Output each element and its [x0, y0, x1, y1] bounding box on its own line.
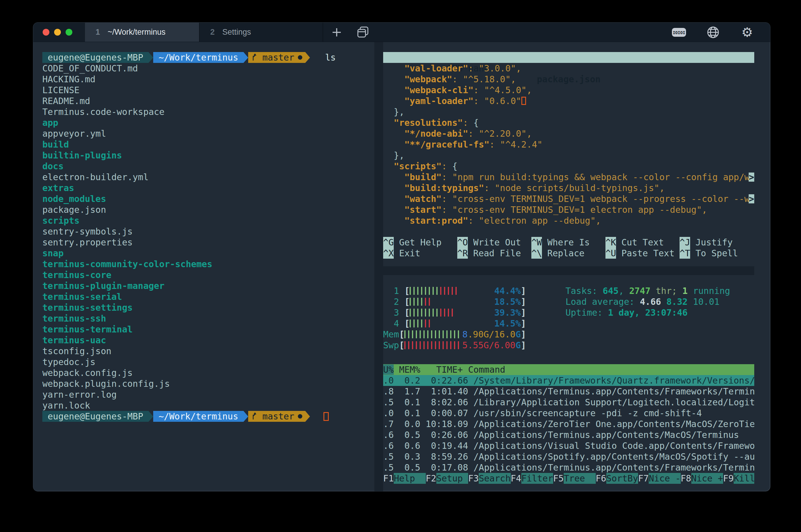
terminal-pane-left[interactable]: eugene@Eugenes-MBP ~/Work/terminus maste…: [33, 42, 374, 491]
ls-file-entry: webpack.plugin.config.js: [42, 378, 374, 389]
text-segment: ,: [619, 286, 629, 296]
language-button[interactable]: [704, 25, 723, 39]
shortcut-label: Justify: [695, 237, 732, 248]
process-row[interactable]: .6 0.5 0:26.06 /Applications/Terminus.ap…: [383, 430, 754, 440]
function-key-action[interactable]: Nice -: [649, 473, 681, 484]
tab-work-terminus[interactable]: 1 ~/Work/terminus: [85, 23, 200, 42]
function-key-action[interactable]: Setup: [436, 473, 468, 484]
text-segment: "build:typings": [383, 183, 484, 193]
ls-directory-entry: terminus-terminal: [42, 324, 374, 335]
pane-divider-horizontal[interactable]: [383, 266, 754, 275]
meter-bracket: ]: [521, 296, 526, 307]
nano-shortcut: ^KCut Text: [606, 237, 679, 248]
nano-shortcut: ^TTo Spell: [679, 248, 754, 259]
terminal-pane-nano[interactable]: GNU nano 4.5 package.json "val-loader": …: [383, 52, 754, 259]
powerline-arrow-icon: [149, 411, 153, 422]
nano-code-line: "start": "cross-env TERMINUS_DEV=1 elect…: [383, 204, 754, 215]
terminal-pane-htop[interactable]: 1 [44.4%] 2 [18.5%] 3 [39.3%] 4 [14.5%]M…: [383, 275, 754, 484]
htop-meter: 3 [39.3%]: [383, 307, 526, 318]
titlebar-right-icons: IOIOI ⚙: [670, 23, 770, 42]
process-row[interactable]: .0 0.1 0:00.07 /usr/sbin/screencapture -…: [383, 408, 754, 419]
meter-bracket: [: [399, 340, 404, 350]
meter-bracket: [: [404, 318, 410, 329]
htop-stats-line: Tasks: 645, 2747 thr; 1 running: [565, 285, 730, 296]
nano-shortcut-row: ^XExit^RRead File^\Replace^UPaste Text^T…: [383, 248, 754, 259]
minimize-button[interactable]: [54, 29, 61, 36]
meter-bar-tick: [408, 330, 409, 338]
text-segment: "^2.20.0": [479, 129, 527, 139]
ls-directory-entry: node_modules: [42, 193, 374, 204]
text-segment: "yaml-loader": [383, 96, 473, 106]
settings-button[interactable]: ⚙: [738, 26, 757, 39]
keyboard-shortcuts-button[interactable]: IOIOI: [670, 27, 688, 37]
function-key-action[interactable]: Search: [479, 473, 510, 484]
text-segment: :: [442, 205, 452, 215]
traffic-lights: [33, 23, 85, 42]
text-segment: "resolutions": [383, 118, 463, 128]
process-row[interactable]: .5 0.5 0:17.08 /Applications/Terminus.ap…: [383, 462, 754, 473]
function-key-action[interactable]: Tree: [564, 473, 595, 484]
nano-code-line: },: [383, 107, 754, 117]
maximize-button[interactable]: [66, 29, 72, 36]
function-key-action[interactable]: SortBy: [606, 473, 638, 484]
meter-value: 5.55G/6.00G: [462, 340, 521, 350]
meter-bar-tick: [421, 287, 422, 295]
meter-bracket: [: [404, 296, 410, 307]
function-key-action[interactable]: Kill: [734, 473, 754, 484]
meter-bar-tick: [458, 330, 459, 338]
meter-bar-tick: [410, 287, 411, 295]
text-segment: "**/graceful-fs": [383, 139, 489, 150]
shortcut-key: ^\: [532, 248, 542, 259]
process-row[interactable]: .8 1.7 1:01.40 /Applications/Terminus.ap…: [383, 386, 754, 397]
process-row[interactable]: .5 0.1 8:02.06 /Library/Application Supp…: [383, 397, 754, 408]
htop-cpu-memory-meters: 1 [44.4%] 2 [18.5%] 3 [39.3%] 4 [14.5%]M…: [383, 285, 754, 350]
git-dirty-dot-icon: [298, 55, 302, 60]
text-segment: "webpack": [383, 74, 452, 84]
meter-bar-tick: [425, 320, 426, 327]
shortcut-key: ^X: [383, 248, 394, 259]
ls-file-entry: Terminus.code-workspace: [42, 107, 374, 117]
meter-bar-tick: [412, 330, 413, 338]
new-tab-button[interactable]: [327, 23, 346, 42]
git-branch-icon: [251, 412, 257, 421]
text-segment: "start:prod": [383, 215, 468, 226]
process-row-selected[interactable]: .0 0.2 0:22.66 /System/Library/Framework…: [383, 375, 754, 386]
text-segment: "0.6.0": [484, 96, 521, 106]
tab-settings[interactable]: 2 Settings: [200, 23, 323, 42]
meter-bar-tick: [413, 320, 415, 327]
close-button[interactable]: [43, 29, 50, 36]
meter-bar-tick: [417, 309, 418, 317]
text-segment: ,: [516, 63, 521, 74]
function-key-action[interactable]: Filter: [521, 473, 553, 484]
text-segment: "build": [383, 172, 442, 182]
text-segment: "3.0.0": [479, 63, 516, 74]
htop-meter: 1 [44.4%]: [383, 285, 526, 296]
text-segment: :: [442, 194, 452, 204]
meter-label: Mem: [383, 329, 399, 340]
meter-body: 8.90G/16.0G: [404, 329, 521, 340]
shortcut-label: Cut Text: [621, 237, 664, 248]
meter-bar-tick: [417, 298, 418, 306]
function-key-action[interactable]: Nice +: [691, 473, 723, 484]
meter-bar-tick: [452, 309, 453, 317]
duplicate-tab-button[interactable]: [354, 23, 373, 42]
nano-code-line: "scripts": {: [383, 161, 754, 172]
pane-divider-vertical[interactable]: [374, 42, 383, 491]
nano-code-line: "resolutions": {: [383, 117, 754, 128]
process-row[interactable]: .6 0.6 0:19.44 /Applications/Visual Stud…: [383, 440, 754, 451]
ls-file-entry: typedoc.js: [42, 357, 374, 367]
nano-shortcut-row: ^GGet Help^OWrite Out^WWhere Is^KCut Tex…: [383, 237, 754, 248]
process-row[interactable]: .7 0.0 10:18.09 /Applications/ZeroTier O…: [383, 419, 754, 430]
ls-file-entry: sentry-symbols.js: [42, 226, 374, 237]
meter-bar-tick: [410, 320, 411, 327]
process-row[interactable]: .5 0.3 8:59.26 /Applications/Spotify.app…: [383, 451, 754, 462]
meter-bar-tick: [420, 341, 421, 349]
meter-bracket: [: [404, 285, 410, 296]
function-key-action[interactable]: Help: [394, 473, 426, 484]
text-segment: 8: [462, 329, 468, 340]
process-table-header[interactable]: U% MEM% TIME+ Command: [383, 364, 754, 375]
meter-bar-tick: [439, 330, 440, 338]
sort-column-header[interactable]: U%: [383, 364, 394, 375]
text-segment: 18.5%: [494, 297, 521, 307]
meter-bar-tick: [417, 287, 418, 295]
